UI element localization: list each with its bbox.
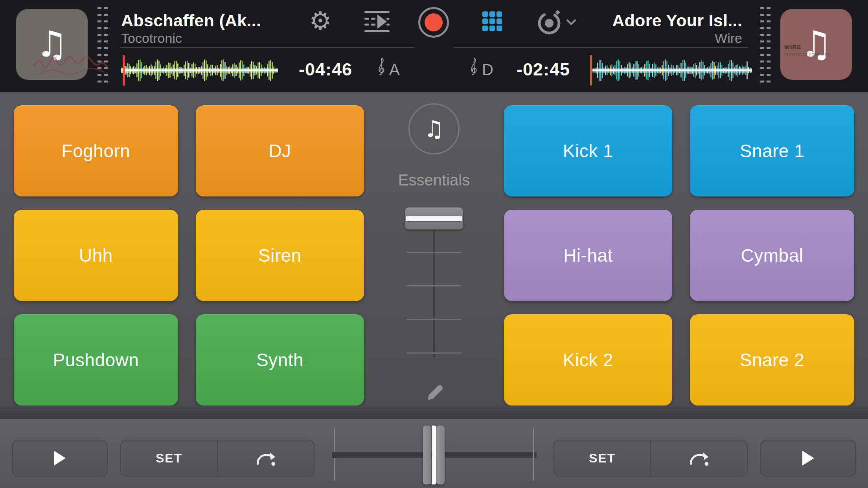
right-play-button[interactable] [760,440,856,477]
sample-pack-name[interactable]: Essentials [375,171,493,189]
transport-bar: SET SET [0,419,868,488]
grid-cell [482,26,488,31]
music-note-icon: ♫ [424,117,444,140]
right-track-title: Adore Your Isl... [550,11,742,30]
fader-tick [407,352,461,354]
grid-cell [482,18,488,24]
sample-pad-kick-1[interactable]: Kick 1 [504,105,672,196]
fader-tick [407,319,461,320]
jump-arrow-icon [255,449,277,467]
right-cue-group: SET [554,440,748,477]
sample-pad-snare-1[interactable]: Snare 1 [690,105,854,196]
right-deck-waveform[interactable] [592,59,752,82]
left-deck-drag-handle[interactable] [97,7,108,83]
music-note-icon: ♫ [800,26,832,62]
pad-label: Hi-hat [563,245,613,266]
sample-volume-fader-handle[interactable] [405,207,463,229]
sample-pad-dj[interactable]: DJ [196,105,364,196]
pad-label: Pushdown [53,349,139,371]
fader-tick [407,285,461,286]
left-track-artist: Tocotronic [121,31,182,46]
pad-label: Siren [258,245,302,266]
sample-pad-kick-2[interactable]: Kick 2 [504,314,672,405]
sample-pads-area: FoghornDJUhhSirenPushdownSynth ♫ Essenti… [0,92,868,405]
set-label: SET [156,451,182,466]
sample-pad-snare-2[interactable]: Snare 2 [690,314,854,405]
automix-icon[interactable] [364,10,390,33]
left-pad-grid: FoghornDJUhhSirenPushdownSynth [14,105,364,405]
pad-label: Snare 1 [740,140,805,161]
pad-label: Snare 2 [740,349,805,371]
left-cue-group: SET [120,440,314,477]
fader-tick [407,252,461,253]
left-jump-cue-button[interactable] [218,440,314,476]
right-track-artist: Wire [550,31,742,46]
left-key-badge: A [389,61,400,79]
section-shadow-divider [0,405,868,419]
handle-grip [436,426,445,484]
sample-pad-synth[interactable]: Synth [196,314,364,405]
pad-label: Foghorn [62,140,131,161]
pad-label: Synth [256,349,303,371]
sample-pad-siren[interactable]: Siren [196,210,364,301]
pad-label: Kick 1 [563,140,613,161]
pad-label: Uhh [79,245,113,266]
handle-grip [423,426,431,484]
grid-cell [497,26,502,31]
play-icon [53,450,67,466]
left-playhead [123,55,125,86]
pad-label: DJ [268,140,291,161]
sample-pad-pushdown[interactable]: Pushdown [14,314,178,405]
record-button[interactable] [418,7,449,38]
record-dot-icon [425,13,443,31]
right-set-cue-button[interactable]: SET [554,440,650,476]
right-deck-divider [454,47,748,48]
pad-label: Cymbal [741,245,804,266]
treble-clef-icon [467,57,480,77]
settings-gear-icon[interactable]: ⚙ [307,7,334,34]
right-deck-drag-handle[interactable] [760,7,771,83]
right-time-remaining[interactable]: -02:45 [517,59,595,80]
grid-cell [489,11,495,17]
right-deck-album-art[interactable]: WIRE CHANGE BECOMES US ♫ [780,9,852,80]
crossfader-handle[interactable] [423,426,445,484]
sample-pad-cymbal[interactable]: Cymbal [690,210,854,301]
left-time-remaining[interactable]: -04:46 [274,59,352,80]
grid-cell [489,26,495,31]
grid-cell [497,18,502,24]
right-playhead [590,55,592,86]
left-deck-divider [120,47,414,48]
handle-stripe [432,426,436,484]
grid-cell [497,11,502,17]
top-bar: ♫ Abschaffen (Ak... Tocotronic -04:46 A … [0,0,868,92]
sample-pack-button[interactable]: ♫ [408,103,460,154]
left-deck-album-art[interactable]: ♫ [16,9,88,80]
edit-pencil-icon[interactable] [424,380,446,402]
set-label: SET [589,451,616,466]
album-art-band-name: WIRE [784,44,801,50]
left-play-button[interactable] [12,440,108,477]
left-track-title: Abschaffen (Ak... [121,11,261,30]
grid-cell [482,11,488,17]
grid-cell [489,18,495,24]
sample-volume-fader-track[interactable] [433,229,435,358]
crossfader-end-tick [533,428,534,481]
pad-label: Kick 2 [563,349,613,371]
dj-app-window: ♫ Abschaffen (Ak... Tocotronic -04:46 A … [0,0,868,488]
play-icon [801,450,815,466]
album-art-album-name: CHANGE BECOMES US [784,52,831,56]
jump-arrow-icon [688,449,710,467]
fader-stripe [406,216,462,222]
left-deck-waveform[interactable] [121,59,278,82]
sample-pad-hi-hat[interactable]: Hi-hat [504,210,672,301]
right-jump-cue-button[interactable] [651,440,747,476]
right-pad-grid: Kick 1Snare 1Hi-hatCymbalKick 2Snare 2 [504,105,854,405]
sample-pad-foghorn[interactable]: Foghorn [14,105,178,196]
sample-grid-view-icon[interactable] [482,11,502,31]
left-set-cue-button[interactable]: SET [121,440,217,476]
right-key-badge: D [482,61,493,79]
sample-pad-uhh[interactable]: Uhh [14,210,178,301]
treble-clef-icon [375,57,388,77]
